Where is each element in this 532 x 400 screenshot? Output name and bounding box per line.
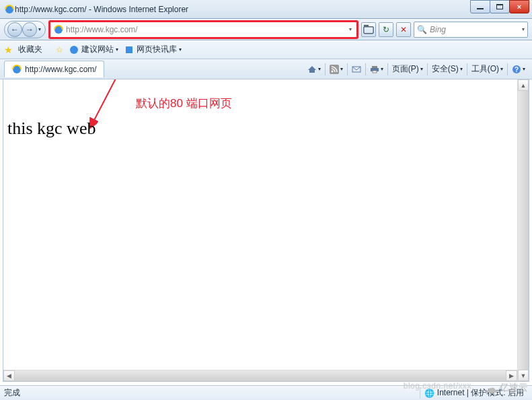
address-dropdown-icon[interactable]: ▾ (347, 26, 354, 32)
url-input[interactable] (66, 24, 347, 36)
back-button[interactable]: ← (7, 22, 22, 37)
svg-rect-12 (373, 71, 377, 73)
home-icon (307, 65, 317, 74)
safety-menu[interactable]: 安全(S)▾ (429, 62, 465, 76)
svg-rect-5 (126, 46, 132, 53)
nav-back-forward: ← → ▾ (4, 21, 46, 38)
svg-text:?: ? (515, 66, 519, 73)
navigation-toolbar: ← → ▾ ▾ ↻ ✕ 🔍 Bing ▾ (0, 19, 532, 40)
feeds-button[interactable]: ▾ (327, 63, 346, 75)
search-icon: 🔍 (417, 25, 427, 34)
window-buttons: × (471, 0, 529, 13)
chevron-down-icon: ▾ (340, 66, 343, 72)
refresh-button[interactable]: ↻ (379, 22, 393, 37)
chevron-down-icon: ▾ (500, 66, 503, 72)
divider (427, 63, 428, 75)
svg-rect-10 (372, 66, 377, 68)
compatibility-button[interactable] (361, 22, 376, 37)
scroll-thumb[interactable] (15, 370, 506, 381)
watermark-logo-text: 亿速云 (500, 382, 528, 394)
tab-label: http://www.kgc.com/ (25, 65, 97, 74)
home-button[interactable]: ▾ (305, 63, 324, 75)
rss-icon (330, 65, 339, 74)
page-menu-label: 页面(P) (392, 63, 419, 75)
help-icon: ? (512, 65, 521, 74)
svg-line-15 (91, 79, 135, 127)
watermark-text: blog.csdn.net/xxx (404, 381, 471, 391)
divider (467, 63, 467, 75)
scroll-up-icon[interactable]: ▲ (518, 79, 529, 91)
search-placeholder: Bing (430, 25, 522, 34)
mail-button[interactable] (349, 63, 364, 75)
maximize-button[interactable] (490, 0, 510, 13)
address-bar[interactable]: ▾ (48, 20, 358, 39)
web-slice-link[interactable]: 网页快讯库 ▾ (124, 44, 182, 55)
forward-button[interactable]: → (22, 22, 37, 37)
page-menu[interactable]: 页面(P)▾ (389, 62, 426, 76)
window-title: http://www.kgc.com/ - Windows Internet E… (15, 5, 188, 14)
minimize-button[interactable] (470, 0, 490, 13)
cloud-icon: ☁ (484, 380, 498, 396)
tools-menu[interactable]: 工具(O)▾ (469, 62, 506, 76)
tab-command-bar: http://www.kgc.com/ ▾ ▾ ▾ 页面(P)▾ 安全(S)▾ … (0, 59, 532, 79)
favorites-bar: ★ 收藏夹 ☆ 建议网站 ▾ 网页快讯库 ▾ (0, 40, 532, 59)
web-slice-label: 网页快讯库 (137, 44, 177, 55)
window-titlebar: http://www.kgc.com/ - Windows Internet E… (0, 0, 532, 19)
refresh-icon: ↻ (383, 25, 389, 34)
tab-current[interactable]: http://www.kgc.com/ (4, 61, 104, 77)
back-arrow-icon: ← (11, 25, 19, 34)
compatibility-icon (362, 23, 375, 36)
page-favicon-icon (53, 24, 64, 35)
chevron-down-icon: ▾ (523, 66, 525, 72)
search-dropdown-icon[interactable]: ▾ (522, 26, 525, 32)
chevron-down-icon: ▾ (318, 66, 321, 72)
search-box[interactable]: 🔍 Bing ▾ (414, 22, 528, 38)
favorites-star-icon[interactable]: ★ (4, 44, 13, 55)
chevron-down-icon: ▾ (460, 66, 463, 72)
print-icon (370, 65, 379, 74)
divider (347, 63, 348, 75)
chevron-down-icon: ▾ (381, 66, 383, 72)
page-viewport: 默认的80 端口网页 this kgc web ▲ ▼ ◀ ▶ (3, 79, 529, 382)
scroll-left-icon[interactable]: ◀ (3, 370, 15, 381)
safety-menu-label: 安全(S) (432, 63, 459, 75)
tools-menu-label: 工具(O) (471, 63, 499, 75)
favorites-label[interactable]: 收藏夹 (18, 44, 42, 55)
status-done: 完成 (4, 387, 20, 399)
close-button[interactable]: × (509, 0, 529, 13)
stop-button[interactable]: ✕ (396, 22, 411, 37)
chevron-down-icon: ▾ (420, 66, 423, 72)
svg-rect-3 (364, 24, 369, 26)
divider (387, 63, 388, 75)
favorites-small-star-icon: ☆ (56, 45, 63, 55)
svg-point-8 (331, 70, 333, 72)
divider (365, 63, 366, 75)
mail-icon (352, 65, 361, 74)
annotation-text: 默认的80 端口网页 (136, 96, 232, 111)
suggested-sites-link[interactable]: 建议网站 ▾ (69, 44, 118, 55)
watermark-logo: ☁ 亿速云 (484, 380, 528, 396)
chevron-down-icon: ▾ (179, 46, 182, 53)
close-icon: × (517, 3, 521, 11)
history-dropdown-icon[interactable]: ▾ (37, 26, 42, 32)
divider (507, 63, 508, 75)
webslice-favicon-icon (124, 44, 135, 55)
page-body-text: this kgc web (7, 119, 96, 139)
suggested-sites-label: 建议网站 (81, 44, 114, 55)
print-button[interactable]: ▾ (367, 63, 386, 75)
stop-icon: ✕ (400, 25, 407, 34)
vertical-scrollbar[interactable]: ▲ ▼ (517, 79, 529, 381)
chevron-down-icon: ▾ (116, 46, 118, 53)
svg-point-4 (70, 46, 78, 54)
tab-favicon-icon (11, 64, 22, 75)
suggested-favicon-icon (69, 44, 79, 55)
ie-favicon-icon (4, 4, 15, 15)
help-button[interactable]: ? ▾ (509, 63, 528, 75)
forward-arrow-icon: → (26, 25, 34, 34)
horizontal-scrollbar[interactable]: ◀ ▶ (3, 370, 517, 381)
divider (325, 63, 326, 75)
scroll-thumb[interactable] (518, 91, 529, 370)
svg-rect-2 (364, 26, 373, 33)
